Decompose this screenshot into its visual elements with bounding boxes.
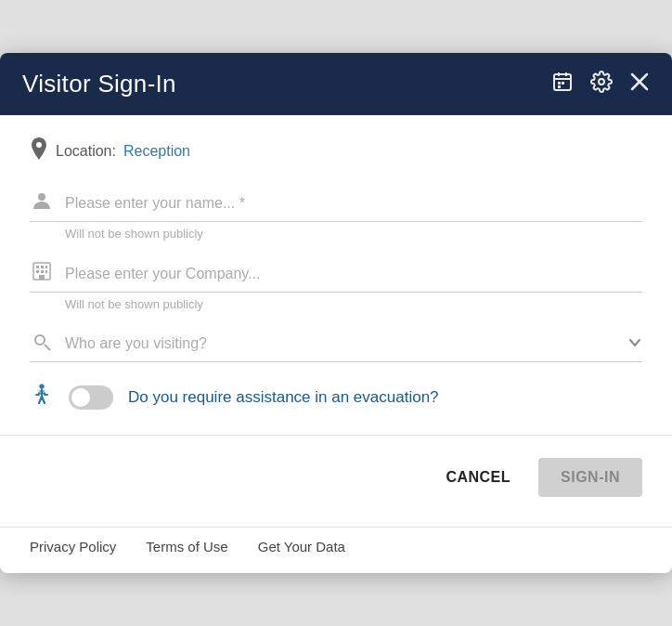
terms-of-use-link[interactable]: Terms of Use [146, 539, 227, 554]
assistance-toggle[interactable] [69, 385, 113, 410]
svg-line-20 [45, 345, 50, 350]
assistance-text: Do you require assistance in an evacuati… [128, 388, 439, 407]
svg-point-22 [40, 385, 45, 389]
divider [0, 435, 672, 436]
name-field-group: Will not be shown publicly [30, 190, 642, 241]
footer-actions: CANCEL SIGN-IN [30, 450, 642, 512]
svg-point-7 [599, 79, 604, 85]
calendar-icon[interactable] [551, 71, 574, 98]
settings-icon[interactable] [590, 71, 613, 98]
svg-rect-4 [558, 82, 561, 85]
footer-links: Privacy Policy Terms of Use Get Your Dat… [0, 527, 672, 573]
dialog-header: Visitor Sign-In [0, 53, 672, 115]
visitor-signin-dialog: Visitor Sign-In [0, 53, 672, 573]
company-field-row [30, 261, 642, 293]
svg-line-26 [42, 396, 45, 403]
person-icon [30, 190, 54, 215]
svg-rect-12 [36, 266, 39, 268]
privacy-policy-link[interactable]: Privacy Policy [30, 539, 116, 554]
assistance-row: Do you require assistance in an evacuati… [30, 383, 642, 412]
location-pin-icon [30, 137, 48, 164]
svg-rect-16 [41, 270, 44, 273]
location-value: Reception [123, 143, 190, 160]
dialog-title: Visitor Sign-In [22, 70, 176, 98]
company-hint: Will not be shown publicly [65, 297, 642, 311]
company-field-group: Will not be shown publicly [30, 261, 642, 311]
company-input[interactable] [65, 262, 642, 286]
name-input[interactable] [65, 191, 642, 215]
svg-point-19 [35, 335, 45, 345]
location-label: Location: [56, 143, 116, 160]
location-row: Location: Reception [30, 137, 642, 164]
building-icon [30, 261, 54, 286]
visiting-input[interactable] [65, 332, 616, 356]
svg-rect-18 [39, 275, 45, 280]
cancel-button[interactable]: CANCEL [429, 460, 527, 495]
svg-rect-6 [558, 85, 561, 88]
svg-point-10 [38, 193, 45, 201]
get-your-data-link[interactable]: Get Your Data [258, 539, 345, 554]
visiting-dropdown[interactable] [30, 332, 642, 362]
svg-rect-5 [562, 82, 564, 85]
close-icon[interactable] [629, 72, 650, 98]
search-icon [30, 333, 54, 356]
toggle-slider [69, 385, 113, 410]
svg-rect-17 [45, 270, 47, 273]
name-hint: Will not be shown publicly [65, 227, 642, 241]
name-field-row [30, 190, 642, 222]
accessibility-icon [30, 383, 54, 412]
dialog-content: Location: Reception Will not be shown pu… [0, 115, 672, 527]
svg-rect-13 [41, 266, 44, 268]
signin-button[interactable]: SIGN-IN [538, 458, 642, 497]
svg-rect-15 [36, 270, 39, 273]
chevron-down-icon [627, 335, 642, 353]
svg-rect-14 [45, 266, 47, 268]
header-icons-group [551, 71, 650, 98]
